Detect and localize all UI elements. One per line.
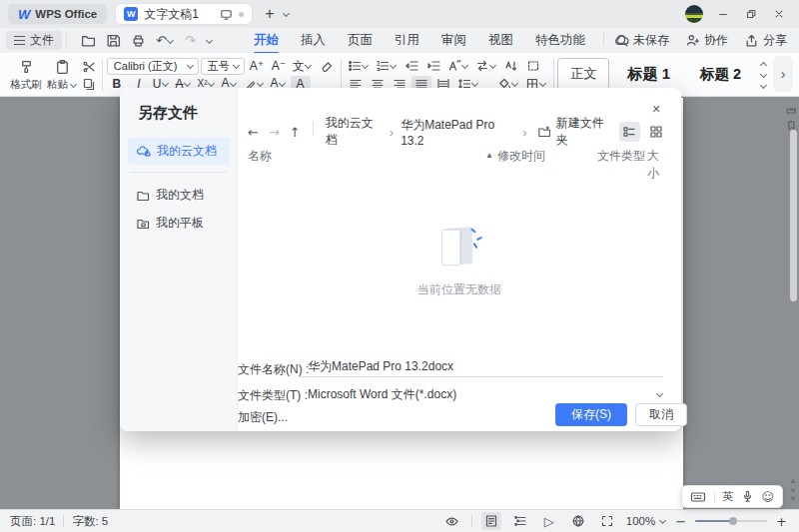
styles-more-icon[interactable] xyxy=(759,82,767,90)
web-layout-button[interactable] xyxy=(568,512,588,530)
save-confirm-button[interactable]: 保存(S) xyxy=(555,403,627,426)
sidebar-item-my-tablet[interactable]: 我的平板 xyxy=(128,210,230,237)
text-direction-button[interactable] xyxy=(473,58,499,75)
ime-emoji-button[interactable]: ☺ xyxy=(762,491,775,503)
sort-button[interactable] xyxy=(501,58,521,75)
document-tab-label: 文字文稿1 xyxy=(144,6,214,23)
nav-forward-button[interactable]: → xyxy=(269,125,280,140)
breadcrumb-folder[interactable]: 华为MatePad Pro 13.2 xyxy=(400,117,515,148)
ime-mic-button[interactable] xyxy=(741,490,754,503)
save-button[interactable] xyxy=(106,33,121,48)
word-count[interactable]: 字数: 5 xyxy=(72,514,108,529)
styles-scroll-down-icon[interactable] xyxy=(759,71,767,79)
collaborate-button[interactable]: 协作 xyxy=(685,32,728,49)
column-name[interactable]: 名称 xyxy=(248,148,272,165)
style-normal[interactable]: 正文 xyxy=(557,58,609,90)
zoom-in-button[interactable]: + xyxy=(776,514,787,529)
list-view-toggle[interactable] xyxy=(619,122,640,142)
vertical-scrollbar[interactable] xyxy=(790,130,797,301)
tab-insert[interactable]: 插入 xyxy=(293,29,334,52)
tab-home[interactable]: 开始 xyxy=(246,29,287,52)
empty-state: 当前位置无数据 xyxy=(238,226,681,298)
styles-scroll-up-icon[interactable] xyxy=(759,60,767,68)
page-view-button[interactable] xyxy=(481,512,501,530)
sort-ascending-icon[interactable]: ▲ xyxy=(485,151,493,160)
paste-button[interactable]: 粘贴 xyxy=(44,56,80,94)
page-indicator: 页面: 1/1 xyxy=(10,514,55,529)
column-size[interactable]: 大小 xyxy=(647,148,667,182)
minimize-button[interactable] xyxy=(715,6,731,22)
share-button[interactable]: 分享 xyxy=(744,32,787,49)
decrease-font-button[interactable]: A⁻ xyxy=(269,58,289,75)
breadcrumb-cloud-docs[interactable]: 我的云文档 xyxy=(326,115,383,149)
font-size-select[interactable]: 五号 xyxy=(201,58,245,75)
increase-indent-button[interactable] xyxy=(423,58,443,75)
numbered-list-button[interactable] xyxy=(374,58,400,75)
sidebar-item-my-documents[interactable]: 我的文档 xyxy=(128,182,230,209)
grid-view-toggle[interactable] xyxy=(646,122,667,142)
copy-button[interactable] xyxy=(82,77,96,91)
fullscreen-button[interactable] xyxy=(597,512,617,530)
ruler-toggle-icon[interactable] xyxy=(786,106,797,117)
nav-back-button[interactable]: ← xyxy=(248,125,259,140)
file-type-select[interactable]: Microsoft Word 文件(*.docx) xyxy=(300,385,663,403)
ime-keyboard-button[interactable] xyxy=(690,490,706,504)
tab-reference[interactable]: 引用 xyxy=(387,29,427,52)
next-page-button[interactable]: ▼ xyxy=(789,495,797,503)
file-menu-button[interactable]: 文件 xyxy=(6,31,62,50)
tablet-folder-icon xyxy=(136,217,150,231)
increase-font-button[interactable]: A⁺ xyxy=(247,58,267,75)
ribbon-expand-button[interactable]: › xyxy=(773,56,793,92)
app-logo-button[interactable]: W WPS Office xyxy=(8,4,107,24)
zoom-level[interactable]: 100% xyxy=(626,515,666,527)
clear-format-button[interactable] xyxy=(317,58,337,75)
encrypt-link[interactable]: 加密(E)... xyxy=(238,409,288,426)
zoom-out-button[interactable]: − xyxy=(675,514,686,529)
decrease-indent-button[interactable] xyxy=(401,58,421,75)
new-tab-button[interactable]: + xyxy=(265,6,274,22)
tab-review[interactable]: 审阅 xyxy=(433,29,474,52)
tab-page[interactable]: 页面 xyxy=(340,29,381,52)
column-type[interactable]: 文件类型 xyxy=(597,148,645,165)
browse-object-button[interactable]: ■ xyxy=(791,487,795,493)
tab-view[interactable]: 视图 xyxy=(480,29,521,52)
quickbar-options-chevron-icon[interactable] xyxy=(206,37,214,45)
column-modified[interactable]: 修改时间 xyxy=(497,148,545,165)
redo-button[interactable]: ↷ xyxy=(185,33,196,48)
search-button[interactable] xyxy=(614,33,629,48)
spellcheck-eye-button[interactable] xyxy=(442,512,462,530)
phonetic-guide-button[interactable]: 文 xyxy=(291,58,315,75)
open-file-button[interactable] xyxy=(81,33,96,48)
tab-list-chevron-icon[interactable] xyxy=(283,10,291,18)
empty-folder-illustration xyxy=(436,226,482,267)
new-folder-button[interactable]: 新建文件夹 xyxy=(537,115,613,149)
dashed-box-icon xyxy=(526,59,540,73)
nav-up-button[interactable]: ↑ xyxy=(290,125,301,140)
sidebar-item-cloud-docs[interactable]: 我的云文档 xyxy=(128,138,230,165)
cancel-button[interactable]: 取消 xyxy=(635,403,687,426)
play-presentation-button[interactable]: ▷ xyxy=(539,512,559,530)
zoom-slider[interactable] xyxy=(695,514,767,528)
prev-page-button[interactable]: ▲ xyxy=(789,477,797,485)
zoom-slider-thumb[interactable] xyxy=(729,517,737,525)
style-heading1[interactable]: 标题 1 xyxy=(615,58,682,90)
close-window-button[interactable] xyxy=(771,6,787,22)
outline-view-button[interactable] xyxy=(510,512,530,530)
tab-settings-button[interactable] xyxy=(523,58,543,75)
undo-button[interactable]: ↶ xyxy=(156,33,175,48)
document-tab[interactable]: W 文字文稿1 xyxy=(115,3,253,25)
print-button[interactable] xyxy=(131,33,146,48)
restore-button[interactable] xyxy=(743,6,759,22)
style-heading2[interactable]: 标题 2 xyxy=(688,58,753,90)
bullet-list-button[interactable] xyxy=(346,58,372,75)
file-name-input[interactable] xyxy=(300,357,663,377)
cut-button[interactable] xyxy=(82,60,96,74)
direction-icon xyxy=(475,59,489,73)
user-avatar[interactable] xyxy=(685,5,703,23)
ime-language-toggle[interactable]: 英 xyxy=(722,489,733,504)
tab-features[interactable]: 特色功能 xyxy=(527,29,593,52)
folder-icon xyxy=(136,189,150,203)
char-scale-button[interactable] xyxy=(445,58,471,75)
format-painter-button[interactable]: 格式刷 xyxy=(8,56,44,94)
font-name-select[interactable]: Calibri (正文) xyxy=(107,58,199,75)
